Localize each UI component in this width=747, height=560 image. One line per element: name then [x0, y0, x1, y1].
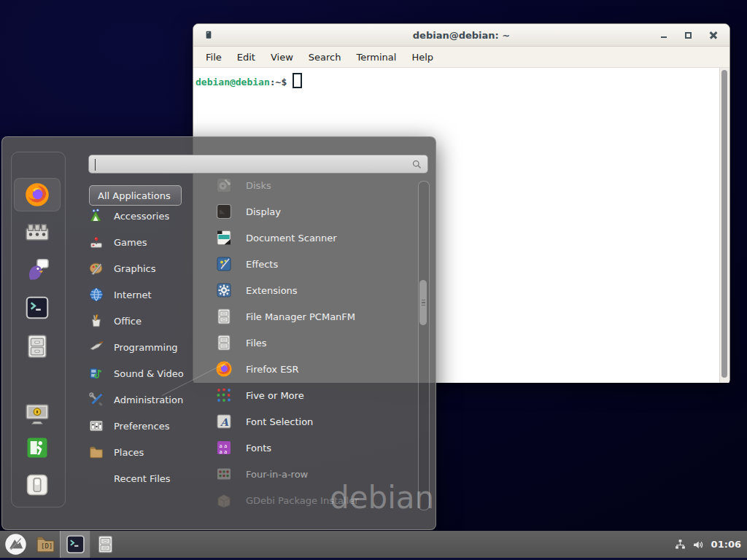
- category-recent-files[interactable]: Recent Files: [88, 465, 205, 491]
- search-box[interactable]: [88, 155, 428, 174]
- document-scanner-icon: [215, 229, 233, 246]
- favorite-terminal-button[interactable]: [14, 291, 61, 324]
- category-label: Accessories: [114, 211, 169, 222]
- maximize-button[interactable]: [683, 29, 694, 41]
- app-font-selection[interactable]: AFont Selection: [208, 408, 414, 435]
- terminal-icon: [24, 295, 50, 321]
- app-gdebi-package-installer[interactable]: GDebi Package Installer: [208, 487, 414, 513]
- all-applications-label: All Applications: [98, 190, 171, 201]
- app-disks[interactable]: Disks: [208, 172, 414, 198]
- games-icon: [88, 234, 104, 250]
- graphics-icon: [88, 260, 104, 276]
- terminal-scrollbar-thumb[interactable]: [721, 70, 727, 378]
- administration-icon: [88, 392, 104, 408]
- category-internet[interactable]: Internet: [88, 281, 205, 308]
- search-input[interactable]: [89, 155, 411, 173]
- svg-text:[D]: [D]: [40, 542, 52, 550]
- category-label: Administration: [114, 394, 183, 405]
- favorite-lock-screen-button[interactable]: [14, 397, 61, 430]
- pidgin-icon: [24, 257, 50, 283]
- category-label: Internet: [114, 289, 152, 300]
- category-games[interactable]: Games: [88, 229, 205, 255]
- terminal-menu-view[interactable]: View: [266, 50, 298, 65]
- app-file-manager-pcmanfm[interactable]: File Manager PCManFM: [208, 303, 414, 330]
- terminal-prompt-user: debian@debian: [196, 77, 270, 88]
- gdebi-icon: [215, 491, 233, 509]
- app-label: Fonts: [246, 443, 271, 454]
- window-controls: [645, 29, 719, 41]
- app-four-in-a-row[interactable]: Four-in-a-row: [208, 461, 414, 487]
- close-button[interactable]: [708, 29, 719, 41]
- favorite-control-panel-button[interactable]: [14, 217, 61, 250]
- effects-icon: [215, 255, 233, 273]
- desktop-folder-icon: [D]: [35, 534, 56, 555]
- app-extensions[interactable]: Extensions: [208, 277, 414, 303]
- terminal-scrollbar[interactable]: [719, 68, 729, 383]
- internet-icon: [88, 287, 104, 303]
- app-display[interactable]: Display: [208, 198, 414, 225]
- category-preferences[interactable]: Preferences: [88, 413, 205, 439]
- lock-screen-icon: [24, 400, 50, 427]
- svg-text:a a: a a: [220, 449, 228, 455]
- app-label: Disks: [246, 180, 271, 191]
- network-icon[interactable]: [674, 538, 686, 551]
- file-manager-icon: [215, 334, 233, 351]
- clock[interactable]: 01:06: [711, 539, 741, 550]
- category-label: Office: [114, 316, 142, 327]
- minimize-button[interactable]: [658, 29, 670, 41]
- category-office[interactable]: Office: [88, 308, 205, 334]
- category-label: Sound & Video: [114, 368, 184, 379]
- category-graphics[interactable]: Graphics: [88, 255, 205, 281]
- app-effects[interactable]: Effects: [208, 251, 414, 277]
- category-label: Places: [114, 447, 144, 458]
- category-label: Programming: [114, 342, 178, 353]
- terminal-menu-edit[interactable]: Edit: [233, 50, 260, 65]
- app-firefox-esr[interactable]: Firefox ESR: [208, 356, 414, 382]
- system-tray: 01:06: [674, 531, 741, 558]
- app-list-scrollbar[interactable]: [418, 181, 430, 510]
- terminal-menu-terminal[interactable]: Terminal: [352, 50, 400, 65]
- taskbar-start-button[interactable]: [0, 531, 31, 558]
- terminal-menu-search[interactable]: Search: [304, 50, 346, 65]
- fonts-icon: a aa a: [215, 439, 233, 456]
- app-label: Document Scanner: [246, 233, 337, 244]
- app-label: Effects: [246, 259, 278, 270]
- terminal-menu-help[interactable]: Help: [407, 50, 438, 65]
- app-five-or-more[interactable]: Five or More: [208, 382, 414, 408]
- svg-text:A: A: [220, 416, 229, 428]
- app-fonts[interactable]: a aa aFonts: [208, 435, 414, 461]
- terminal-menu-file[interactable]: File: [201, 50, 226, 65]
- file-manager-icon: [215, 308, 233, 325]
- app-files[interactable]: Files: [208, 330, 414, 356]
- volume-icon[interactable]: [692, 538, 705, 551]
- favorite-pidgin-button[interactable]: [14, 253, 61, 287]
- shutdown-icon: [24, 472, 50, 498]
- category-label: Graphics: [114, 263, 155, 274]
- favorite-firefox-button[interactable]: [14, 178, 61, 211]
- category-administration[interactable]: Administration: [88, 386, 205, 413]
- app-document-scanner[interactable]: Document Scanner: [208, 225, 414, 251]
- four-in-a-row-icon: [215, 465, 233, 483]
- app-list-scrollbar-thumb[interactable]: [419, 280, 427, 325]
- taskbar-terminal-button[interactable]: [60, 531, 90, 558]
- svg-text:a a: a a: [220, 443, 228, 449]
- taskbar-file-manager-button[interactable]: [90, 531, 120, 558]
- favorite-logout-button[interactable]: [14, 431, 61, 464]
- terminal-menubar: FileEditViewSearchTerminalHelp: [193, 47, 729, 68]
- category-label: Recent Files: [114, 473, 171, 484]
- app-label: GDebi Package Installer: [246, 495, 359, 506]
- app-label: Five or More: [246, 390, 304, 401]
- category-programming[interactable]: Programming: [88, 334, 205, 360]
- desktop: debian@debian: ~ FileEditViewSearchTermi…: [0, 0, 747, 560]
- category-places[interactable]: Places: [88, 439, 205, 465]
- favorites-panel: [11, 152, 66, 508]
- terminal-window-icon: [203, 29, 214, 41]
- favorite-shutdown-button[interactable]: [14, 468, 61, 502]
- terminal-titlebar[interactable]: debian@debian: ~: [193, 24, 729, 47]
- taskbar-desktop-folder-button[interactable]: [D]: [31, 531, 60, 558]
- places-icon: [88, 444, 104, 460]
- category-accessories[interactable]: Accessories: [88, 203, 205, 229]
- favorite-file-manager-button[interactable]: [14, 330, 61, 363]
- sound-video-icon: [88, 365, 104, 381]
- category-label: Preferences: [114, 421, 169, 432]
